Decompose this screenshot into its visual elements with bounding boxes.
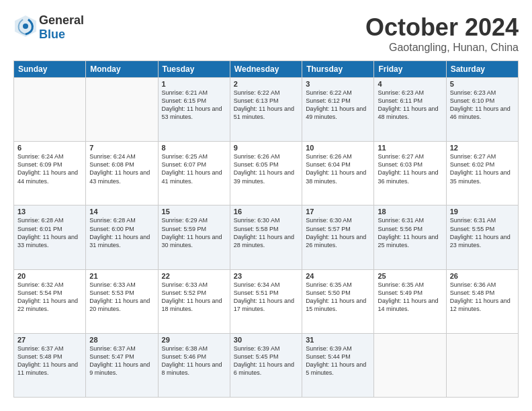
calendar-week-row: 27Sunrise: 6:37 AMSunset: 5:48 PMDayligh… [14,333,519,397]
calendar-cell: 5Sunrise: 6:23 AMSunset: 6:10 PMDaylight… [446,78,518,142]
day-number: 12 [450,144,515,152]
day-number: 4 [378,80,442,88]
calendar-cell: 6Sunrise: 6:24 AMSunset: 6:09 PMDaylight… [14,142,86,205]
title-block: October 2024 Gaotangling, Hunan, China [365,13,519,54]
day-number: 3 [306,80,370,88]
day-number: 2 [234,80,298,88]
day-info: Sunrise: 6:31 AMSunset: 5:56 PMDaylight:… [378,216,442,249]
day-number: 16 [234,208,298,216]
day-number: 9 [234,144,298,152]
calendar-cell: 26Sunrise: 6:36 AMSunset: 5:48 PMDayligh… [446,269,518,333]
day-number: 5 [450,80,515,88]
calendar-cell: 25Sunrise: 6:35 AMSunset: 5:49 PMDayligh… [374,269,446,333]
calendar-cell: 28Sunrise: 6:37 AMSunset: 5:47 PMDayligh… [86,333,158,397]
day-number: 27 [17,336,82,344]
calendar-cell: 14Sunrise: 6:28 AMSunset: 6:00 PMDayligh… [86,205,158,269]
day-number: 11 [378,144,442,152]
calendar-cell: 16Sunrise: 6:30 AMSunset: 5:58 PMDayligh… [230,205,302,269]
calendar-cell: 4Sunrise: 6:23 AMSunset: 6:11 PMDaylight… [374,78,446,142]
day-number: 14 [89,208,154,216]
day-number: 13 [17,208,82,216]
day-info: Sunrise: 6:28 AMSunset: 6:01 PMDaylight:… [17,216,82,249]
calendar-cell: 30Sunrise: 6:39 AMSunset: 5:45 PMDayligh… [230,333,302,397]
day-number: 23 [234,272,298,280]
day-info: Sunrise: 6:37 AMSunset: 5:48 PMDaylight:… [17,345,82,377]
day-number: 29 [162,336,226,344]
calendar-cell: 8Sunrise: 6:25 AMSunset: 6:07 PMDaylight… [158,142,230,205]
day-number: 6 [17,144,82,152]
calendar-cell: 9Sunrise: 6:26 AMSunset: 6:05 PMDaylight… [230,142,302,205]
calendar-cell: 21Sunrise: 6:33 AMSunset: 5:53 PMDayligh… [86,269,158,333]
day-info: Sunrise: 6:35 AMSunset: 5:49 PMDaylight:… [378,281,442,314]
page-header: General Blue October 2024 Gaotangling, H… [13,13,519,54]
calendar-header-row: Sunday Monday Tuesday Wednesday Thursday… [14,61,519,78]
day-info: Sunrise: 6:35 AMSunset: 5:50 PMDaylight:… [306,281,370,314]
logo: General Blue [13,13,84,42]
day-number: 20 [17,272,82,280]
logo-general: General [39,13,84,28]
calendar-cell: 20Sunrise: 6:32 AMSunset: 5:54 PMDayligh… [14,269,86,333]
day-info: Sunrise: 6:27 AMSunset: 6:03 PMDaylight:… [378,152,442,185]
col-monday: Monday [86,61,158,78]
day-info: Sunrise: 6:24 AMSunset: 6:08 PMDaylight:… [89,152,154,185]
month-title: October 2024 [365,13,519,42]
calendar-cell: 18Sunrise: 6:31 AMSunset: 5:56 PMDayligh… [374,205,446,269]
svg-point-1 [23,24,28,29]
day-info: Sunrise: 6:30 AMSunset: 5:57 PMDaylight:… [306,216,370,249]
day-number: 21 [89,272,154,280]
logo-blue: Blue [39,28,84,42]
day-number: 10 [306,144,370,152]
day-info: Sunrise: 6:36 AMSunset: 5:48 PMDaylight:… [450,281,515,314]
logo-icon [13,14,38,38]
day-info: Sunrise: 6:28 AMSunset: 6:00 PMDaylight:… [89,216,154,249]
day-info: Sunrise: 6:39 AMSunset: 5:45 PMDaylight:… [234,345,298,377]
day-number: 7 [89,144,154,152]
calendar-cell [14,78,86,142]
day-info: Sunrise: 6:21 AMSunset: 6:15 PMDaylight:… [162,89,226,122]
calendar-cell: 13Sunrise: 6:28 AMSunset: 6:01 PMDayligh… [14,205,86,269]
day-number: 30 [234,336,298,344]
calendar-cell: 3Sunrise: 6:22 AMSunset: 6:12 PMDaylight… [302,78,374,142]
location: Gaotangling, Hunan, China [365,42,519,54]
day-number: 19 [450,208,515,216]
day-info: Sunrise: 6:33 AMSunset: 5:52 PMDaylight:… [162,281,226,314]
calendar-cell: 10Sunrise: 6:26 AMSunset: 6:04 PMDayligh… [302,142,374,205]
calendar-cell: 29Sunrise: 6:38 AMSunset: 5:46 PMDayligh… [158,333,230,397]
day-info: Sunrise: 6:22 AMSunset: 6:12 PMDaylight:… [306,89,370,122]
calendar-cell: 31Sunrise: 6:39 AMSunset: 5:44 PMDayligh… [302,333,374,397]
calendar-cell: 11Sunrise: 6:27 AMSunset: 6:03 PMDayligh… [374,142,446,205]
calendar-cell: 2Sunrise: 6:22 AMSunset: 6:13 PMDaylight… [230,78,302,142]
calendar-week-row: 1Sunrise: 6:21 AMSunset: 6:15 PMDaylight… [14,78,519,142]
col-sunday: Sunday [14,61,86,78]
calendar-cell: 19Sunrise: 6:31 AMSunset: 5:55 PMDayligh… [446,205,518,269]
col-thursday: Thursday [302,61,374,78]
day-info: Sunrise: 6:29 AMSunset: 5:59 PMDaylight:… [162,216,226,249]
day-info: Sunrise: 6:24 AMSunset: 6:09 PMDaylight:… [17,152,82,185]
day-info: Sunrise: 6:27 AMSunset: 6:02 PMDaylight:… [450,152,515,185]
calendar-cell: 23Sunrise: 6:34 AMSunset: 5:51 PMDayligh… [230,269,302,333]
calendar-cell: 12Sunrise: 6:27 AMSunset: 6:02 PMDayligh… [446,142,518,205]
calendar-cell: 1Sunrise: 6:21 AMSunset: 6:15 PMDaylight… [158,78,230,142]
day-number: 26 [450,272,515,280]
calendar-cell: 24Sunrise: 6:35 AMSunset: 5:50 PMDayligh… [302,269,374,333]
day-info: Sunrise: 6:26 AMSunset: 6:05 PMDaylight:… [234,152,298,185]
day-number: 17 [306,208,370,216]
day-number: 28 [89,336,154,344]
col-tuesday: Tuesday [158,61,230,78]
col-saturday: Saturday [446,61,518,78]
col-friday: Friday [374,61,446,78]
calendar-page: General Blue October 2024 Gaotangling, H… [0,0,532,411]
calendar-cell: 27Sunrise: 6:37 AMSunset: 5:48 PMDayligh… [14,333,86,397]
day-number: 31 [306,336,370,344]
day-number: 22 [162,272,226,280]
day-number: 8 [162,144,226,152]
day-info: Sunrise: 6:37 AMSunset: 5:47 PMDaylight:… [89,345,154,377]
calendar-week-row: 20Sunrise: 6:32 AMSunset: 5:54 PMDayligh… [14,269,519,333]
day-info: Sunrise: 6:39 AMSunset: 5:44 PMDaylight:… [306,345,370,377]
day-info: Sunrise: 6:26 AMSunset: 6:04 PMDaylight:… [306,152,370,185]
day-info: Sunrise: 6:33 AMSunset: 5:53 PMDaylight:… [89,281,154,314]
day-info: Sunrise: 6:23 AMSunset: 6:11 PMDaylight:… [378,89,442,122]
day-info: Sunrise: 6:32 AMSunset: 5:54 PMDaylight:… [17,281,82,314]
calendar-week-row: 13Sunrise: 6:28 AMSunset: 6:01 PMDayligh… [14,205,519,269]
calendar-table: Sunday Monday Tuesday Wednesday Thursday… [13,60,519,398]
